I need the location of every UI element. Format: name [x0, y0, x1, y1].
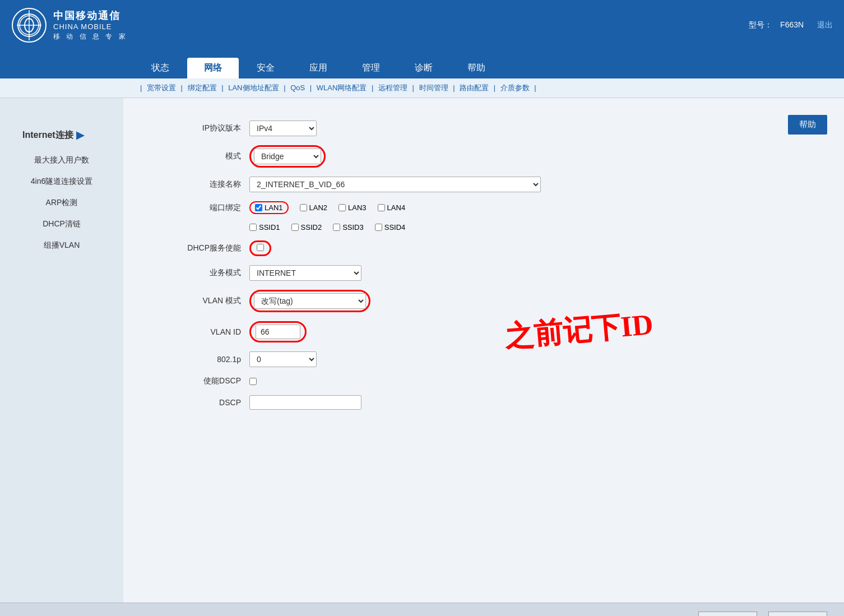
- dhcp-checkbox[interactable]: [257, 244, 264, 251]
- sidebar-item-arp[interactable]: ARP检测: [11, 192, 112, 214]
- logo-slogan: 移 动 信 息 专 家: [53, 32, 128, 41]
- conn-name-control: 2_INTERNET_B_VID_66: [249, 177, 541, 192]
- conn-name-label: 连接名称: [174, 179, 241, 189]
- ssid2-label: SSID2: [301, 223, 322, 231]
- port-bind-control: LAN1 LAN2 LAN3: [249, 201, 405, 214]
- subnav-remote[interactable]: 远程管理: [378, 84, 407, 92]
- ip-protocol-row: IP协议版本 IPv4: [174, 121, 794, 136]
- subnav-bind[interactable]: 绑定配置: [188, 84, 217, 92]
- ssid4-checkbox[interactable]: [375, 224, 382, 231]
- dscp-label: DSCP: [174, 398, 241, 407]
- dot1p-control: 0: [249, 351, 317, 367]
- sidebar-item-maxusers[interactable]: 最大接入用户数: [11, 150, 112, 171]
- main-nav: 状态 网络 安全 应用 管理 诊断 帮助: [0, 50, 844, 78]
- ssid2-checkbox-label[interactable]: SSID2: [291, 223, 322, 231]
- mode-label: 模式: [174, 151, 241, 161]
- ssid3-checkbox[interactable]: [333, 224, 340, 231]
- service-mode-select[interactable]: INTERNET: [249, 265, 361, 281]
- service-mode-control: INTERNET: [249, 265, 361, 281]
- ssid1-label: SSID1: [259, 223, 280, 231]
- dscp-input[interactable]: [249, 395, 361, 410]
- ssid3-label: SSID3: [342, 223, 364, 231]
- tab-manage[interactable]: 管理: [345, 58, 397, 78]
- ssid4-checkbox-label[interactable]: SSID4: [375, 223, 406, 231]
- port-bind-row: 端口绑定 LAN1 LAN2: [174, 201, 794, 214]
- tab-network[interactable]: 网络: [187, 58, 239, 78]
- tab-diagnose[interactable]: 诊断: [398, 58, 449, 78]
- logout-link[interactable]: 退出: [817, 20, 833, 29]
- dhcp-label: DHCP服务使能: [174, 243, 241, 253]
- tab-status[interactable]: 状态: [135, 58, 186, 78]
- dot1p-select[interactable]: 0: [249, 351, 317, 367]
- ssid2-checkbox[interactable]: [291, 224, 299, 231]
- conn-name-row: 连接名称 2_INTERNET_B_VID_66: [174, 177, 794, 192]
- dscp-enable-label: 使能DSCP: [174, 376, 241, 386]
- main-content: 帮助 IP协议版本 IPv4 模式: [123, 98, 844, 603]
- sidebar-item-4in6[interactable]: 4in6隧道连接设置: [11, 171, 112, 192]
- dscp-enable-checkbox[interactable]: [249, 378, 257, 385]
- lan3-checkbox-label[interactable]: LAN3: [338, 203, 367, 212]
- logo-en: CHINA MOBILE: [53, 22, 128, 31]
- subnav-media[interactable]: 介质参数: [500, 84, 530, 92]
- subnav-qos[interactable]: QoS: [290, 84, 305, 92]
- tab-security[interactable]: 安全: [240, 58, 291, 78]
- ssid3-checkbox-label[interactable]: SSID3: [333, 223, 364, 231]
- mode-select[interactable]: Bridge: [254, 149, 321, 164]
- subnav-route[interactable]: 路由配置: [460, 84, 489, 92]
- dhcp-control: [249, 240, 271, 256]
- help-button[interactable]: 帮助: [788, 115, 827, 135]
- lan1-checkbox-label[interactable]: LAN1: [249, 201, 289, 214]
- modify-button[interactable]: 修 改: [698, 612, 757, 616]
- tab-app[interactable]: 应用: [293, 58, 344, 78]
- lan2-checkbox[interactable]: [300, 204, 307, 211]
- ssid1-checkbox[interactable]: [249, 224, 257, 231]
- ip-protocol-select[interactable]: IPv4: [249, 121, 317, 136]
- logo-cn: 中国移动通信: [53, 9, 128, 22]
- port-checkboxes: LAN1 LAN2 LAN3: [249, 201, 405, 214]
- subnav-broadband[interactable]: 宽带设置: [147, 84, 176, 92]
- sidebar-title-text: Internet连接: [22, 129, 73, 141]
- logo-text: 中国移动通信 CHINA MOBILE 移 动 信 息 专 家: [53, 9, 128, 41]
- tab-help[interactable]: 帮助: [451, 58, 502, 78]
- service-mode-label: 业务模式: [174, 268, 241, 278]
- dot1p-row: 802.1p 0: [174, 351, 794, 367]
- bottom-bar: 修 改 删 除: [0, 603, 844, 616]
- mode-row: 模式 Bridge: [174, 145, 794, 168]
- conn-name-select[interactable]: 2_INTERNET_B_VID_66: [249, 177, 541, 192]
- lan4-checkbox-label[interactable]: LAN4: [378, 203, 406, 212]
- ip-protocol-label: IP协议版本: [174, 123, 241, 133]
- mode-control: Bridge: [249, 145, 326, 168]
- ssid-row: SSID1 SSID2 SSID3: [174, 223, 794, 231]
- dscp-row: DSCP: [174, 395, 794, 410]
- subnav-wlan[interactable]: WLAN网络配置: [317, 84, 367, 92]
- sidebar: Internet连接 ▶ 最大接入用户数 4in6隧道连接设置 ARP检测 DH…: [0, 98, 123, 603]
- port-bind-label: 端口绑定: [174, 203, 241, 213]
- lan1-label: LAN1: [265, 203, 283, 212]
- vlan-id-label: VLAN ID: [174, 327, 241, 336]
- subnav-lan[interactable]: LAN侧地址配置: [228, 84, 279, 92]
- model-value: F663N: [780, 20, 804, 29]
- lan1-checkbox[interactable]: [255, 204, 262, 211]
- vlan-mode-select[interactable]: 改写(tag): [254, 293, 366, 309]
- delete-button[interactable]: 删 除: [768, 612, 827, 616]
- sidebar-title: Internet连接 ▶: [11, 121, 112, 150]
- sidebar-item-dhcp[interactable]: DHCP清链: [11, 214, 112, 235]
- lan3-checkbox[interactable]: [338, 204, 346, 211]
- dot1p-label: 802.1p: [174, 355, 241, 364]
- sidebar-item-multicast-vlan[interactable]: 组播VLAN: [11, 235, 112, 256]
- subnav-time[interactable]: 时间管理: [419, 84, 448, 92]
- vlan-mode-row: VLAN 模式 改写(tag): [174, 290, 794, 312]
- sidebar-arrow-icon: ▶: [76, 129, 84, 141]
- vlan-id-row: VLAN ID: [174, 321, 794, 342]
- lan2-checkbox-label[interactable]: LAN2: [300, 203, 328, 212]
- lan4-checkbox[interactable]: [378, 204, 385, 211]
- sub-nav: | 宽带设置 | 绑定配置 | LAN侧地址配置 | QoS | WLAN网络配…: [0, 78, 844, 98]
- ssid1-checkbox-label[interactable]: SSID1: [249, 223, 280, 231]
- vlan-id-input[interactable]: [256, 325, 300, 339]
- lan4-label: LAN4: [387, 203, 406, 212]
- top-nav-info: 型号： F663N 退出: [743, 20, 833, 30]
- dscp-enable-control: [249, 378, 257, 385]
- china-mobile-logo: [11, 7, 48, 44]
- model-label: 型号：: [749, 20, 772, 29]
- service-mode-row: 业务模式 INTERNET: [174, 265, 794, 281]
